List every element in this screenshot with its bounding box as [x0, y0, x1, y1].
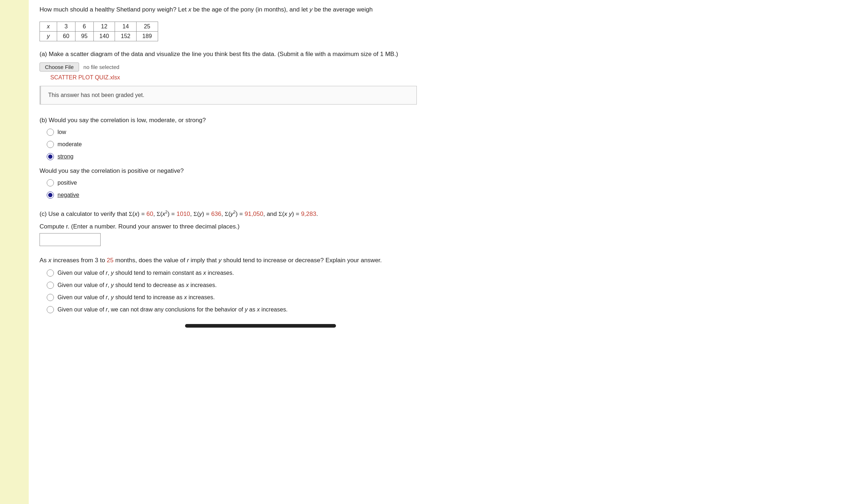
radio-item-low: low: [47, 129, 481, 136]
r-answer-input[interactable]: [40, 233, 101, 246]
table-x-1: 3: [57, 22, 75, 31]
label-no-conclusions: Given our value of r, we can not draw an…: [57, 306, 287, 313]
table-y-1: 60: [57, 31, 75, 41]
radio-low[interactable]: [47, 129, 54, 136]
sigma-y-value: 636: [211, 211, 221, 217]
radio-item-negative: negative: [47, 191, 481, 199]
sigma-y2-value: 91,050: [245, 211, 263, 217]
label-low: low: [57, 129, 66, 135]
table-x-2: 6: [75, 22, 93, 31]
label-positive: positive: [57, 180, 77, 186]
bottom-bar: [185, 324, 336, 328]
increases-section: As x increases from 3 to 25 months, does…: [40, 255, 481, 313]
part-a-label: (a) Make a scatter diagram of the data a…: [40, 49, 481, 59]
table-x-3: 12: [93, 22, 115, 31]
radio-negative[interactable]: [47, 191, 54, 199]
part-a-section: (a) Make a scatter diagram of the data a…: [40, 49, 481, 105]
file-upload-row: Choose File no file selected: [40, 63, 481, 71]
table-y-5: 189: [137, 31, 158, 41]
part-c-section: (c) Use a calculator to verify that Σ(x)…: [40, 209, 481, 246]
scatter-plot-file-link[interactable]: SCATTER PLOT QUIZ.xlsx: [50, 74, 481, 81]
pos-neg-label: Would you say the correlation is positiv…: [40, 166, 481, 176]
increases-options-group: Given our value of r, y should tend to r…: [47, 269, 481, 313]
radio-item-strong: strong: [47, 153, 481, 160]
table-x-4: 14: [115, 22, 137, 31]
sigma-xy-value: 9,283: [301, 211, 317, 217]
radio-item-constant: Given our value of r, y should tend to r…: [47, 269, 481, 277]
radio-item-decrease: Given our value of r, y should tend to d…: [47, 282, 481, 289]
table-y-label: y: [40, 31, 57, 41]
radio-positive[interactable]: [47, 179, 54, 186]
no-file-text: no file selected: [83, 64, 119, 70]
label-moderate: moderate: [57, 141, 82, 148]
left-sidebar: [0, 0, 29, 504]
increases-to-value: 25: [107, 257, 114, 264]
radio-item-positive: positive: [47, 179, 481, 186]
calc-text: (c) Use a calculator to verify that Σ(x)…: [40, 209, 481, 219]
radio-item-increase: Given our value of r, y should tend to i…: [47, 294, 481, 301]
part-b-label: (b) Would you say the correlation is low…: [40, 115, 481, 125]
radio-item-no-conclusions: Given our value of r, we can not draw an…: [47, 306, 481, 313]
not-graded-text: This answer has not been graded yet.: [48, 92, 144, 98]
data-table: x 3 6 12 14 25 y 60 95 140 152 189: [40, 22, 158, 41]
radio-increase[interactable]: [47, 294, 54, 301]
label-increase: Given our value of r, y should tend to i…: [57, 294, 215, 301]
radio-decrease[interactable]: [47, 282, 54, 289]
part-b-section: (b) Would you say the correlation is low…: [40, 115, 481, 199]
table-y-4: 152: [115, 31, 137, 41]
label-negative: negative: [57, 192, 79, 198]
table-x-label: x: [40, 22, 57, 31]
pos-neg-group: positive negative: [47, 179, 481, 199]
radio-no-conclusions[interactable]: [47, 306, 54, 313]
sigma-x2-value: 1010: [176, 211, 190, 217]
radio-constant[interactable]: [47, 269, 54, 277]
compute-label: Compute r. (Enter a number. Round your a…: [40, 223, 481, 230]
table-y-2: 95: [75, 31, 93, 41]
choose-file-button[interactable]: Choose File: [40, 63, 79, 71]
label-strong: strong: [57, 153, 73, 160]
correlation-strength-group: low moderate strong: [47, 129, 481, 160]
increases-text: As x increases from 3 to 25 months, does…: [40, 255, 481, 265]
radio-item-moderate: moderate: [47, 141, 481, 148]
sigma-x-value: 60: [147, 211, 153, 217]
table-y-3: 140: [93, 31, 115, 41]
radio-moderate[interactable]: [47, 141, 54, 148]
label-constant: Given our value of r, y should tend to r…: [57, 270, 234, 276]
intro-text: How much should a healthy Shetland pony …: [40, 4, 481, 14]
main-content: How much should a healthy Shetland pony …: [29, 0, 496, 504]
label-decrease: Given our value of r, y should tend to d…: [57, 282, 217, 288]
radio-strong[interactable]: [47, 153, 54, 160]
not-graded-box: This answer has not been graded yet.: [40, 86, 417, 105]
table-x-5: 25: [137, 22, 158, 31]
